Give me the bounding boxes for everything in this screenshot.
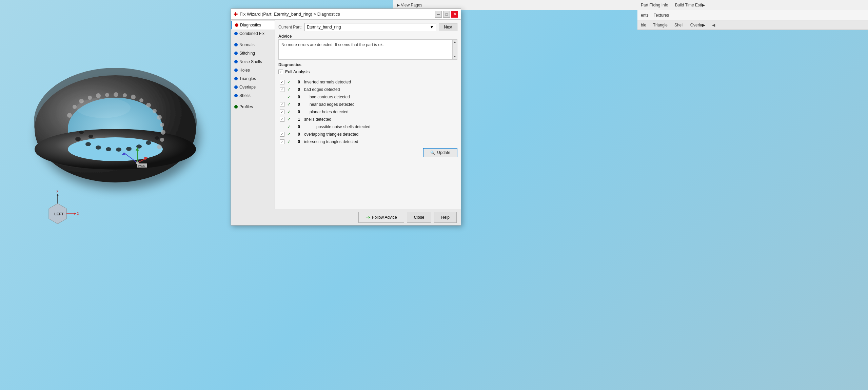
- sidebar-item-triangles[interactable]: Triangles: [231, 75, 275, 83]
- num-intersecting-triangles: 0: [293, 138, 303, 145]
- build-time-tab[interactable]: Build Time Esti▶: [675, 3, 705, 7]
- checkbox-overlapping-triangles[interactable]: ✓: [280, 132, 284, 137]
- num-overlapping-triangles: 0: [293, 131, 303, 138]
- next-button[interactable]: Next: [439, 23, 457, 31]
- svg-text:LEFT: LEFT: [54, 212, 64, 216]
- label-near-bad-edges: near bad edges detected: [303, 101, 457, 108]
- label-intersecting-triangles: intersecting triangles detected: [303, 138, 457, 145]
- num-noise-shells: 0: [293, 123, 303, 131]
- help-button[interactable]: Help: [434, 212, 457, 223]
- sidebar-item-shells-label: Shells: [239, 93, 251, 98]
- update-button[interactable]: 🔍 Update: [423, 148, 457, 157]
- checkbox-planar-holes[interactable]: ✓: [280, 110, 284, 114]
- update-btn-row: 🔍 Update: [278, 148, 457, 157]
- full-analysis-label: Full Analysis: [285, 69, 310, 74]
- diag-row-noise-shells: ✓ 0 possible noise shells detected: [278, 123, 457, 131]
- label-overlapping-triangles: overlapping triangles detected: [303, 131, 457, 138]
- check-inverted-normals: ✓: [286, 78, 293, 86]
- dialog-titlebar: ✚ Fix Wizard (Part: Eternity_band_ring) …: [231, 9, 461, 20]
- advice-scrollbar[interactable]: ▲ ▼: [452, 40, 457, 59]
- sidebar-item-profiles-label: Profiles: [239, 104, 253, 109]
- part-fixing-info-tab[interactable]: Part Fixing Info: [641, 3, 668, 7]
- check-overlapping-triangles: ✓: [286, 131, 293, 138]
- svg-point-21: [160, 138, 164, 142]
- col-header-overla: Overla▶: [690, 23, 705, 27]
- 3d-viewport[interactable]: WCS LEFT X Z: [7, 17, 227, 237]
- advice-section: Advice No more errors are detected. It s…: [278, 34, 457, 60]
- svg-point-14: [131, 95, 136, 99]
- diag-row-bad-edges: ✓ ✓ 0 bad edges detected: [278, 86, 457, 93]
- follow-advice-button[interactable]: ⇒ Follow Advice: [358, 212, 404, 223]
- diag-row-intersecting-triangles: ✓ ✓ 0 intersecting triangles detected: [278, 138, 457, 145]
- svg-point-11: [105, 93, 109, 97]
- num-planar-holes: 0: [293, 108, 303, 116]
- checkbox-intersecting-triangles[interactable]: ✓: [280, 139, 284, 144]
- follow-advice-arrow-icon: ⇒: [366, 214, 370, 220]
- checkbox-inverted-normals[interactable]: ✓: [280, 80, 284, 84]
- svg-point-34: [76, 98, 131, 118]
- stitching-icon: [234, 52, 238, 55]
- scroll-down[interactable]: ▼: [453, 55, 457, 59]
- check-near-bad-edges: ✓: [286, 101, 293, 108]
- sidebar-item-normals[interactable]: Normals: [231, 41, 275, 49]
- num-bad-contours: 0: [293, 93, 303, 101]
- svg-point-33: [88, 135, 93, 138]
- dialog-sidebar: Diagnostics Combined Fix Normals Stitchi…: [231, 20, 275, 209]
- view-pages-btn[interactable]: ▶ View Pages: [397, 3, 422, 7]
- sidebar-item-combined-fix[interactable]: Combined Fix: [231, 30, 275, 38]
- check-bad-edges: ✓: [286, 86, 293, 93]
- svg-point-31: [155, 136, 159, 140]
- maximize-button[interactable]: □: [443, 11, 450, 18]
- label-bad-edges: bad edges detected: [303, 86, 457, 93]
- close-label: Close: [414, 215, 425, 220]
- dropdown-arrow: ▼: [430, 25, 434, 30]
- full-analysis-row: ✓ Full Analysis: [278, 68, 457, 76]
- check-intersecting-triangles: ✓: [286, 138, 293, 145]
- diag-row-overlapping-triangles: ✓ ✓ 0 overlapping triangles detected: [278, 131, 457, 138]
- normals-icon: [234, 43, 238, 46]
- check-shells: ✓: [286, 116, 293, 123]
- close-button[interactable]: Close: [407, 212, 432, 223]
- sidebar-item-stitching[interactable]: Stitching: [231, 49, 275, 58]
- col-header-shell: Shell: [674, 23, 684, 27]
- dialog-title: Fix Wizard (Part: Eternity_band_ring) > …: [240, 12, 340, 17]
- svg-point-17: [153, 109, 157, 113]
- svg-point-25: [96, 145, 101, 150]
- svg-text:Z: Z: [56, 190, 58, 194]
- sidebar-item-holes[interactable]: Holes: [231, 66, 275, 75]
- num-bad-edges: 0: [293, 86, 303, 93]
- advice-box: No more errors are detected. It seems th…: [278, 39, 457, 60]
- scroll-up[interactable]: ▲: [453, 40, 457, 44]
- sidebar-item-noise-shells-label: Noise Shells: [239, 59, 262, 64]
- sidebar-item-shells[interactable]: Shells: [231, 92, 275, 100]
- diagnostics-icon: [235, 23, 238, 27]
- full-analysis-checkbox[interactable]: ✓: [278, 70, 283, 74]
- checkbox-bad-edges[interactable]: ✓: [280, 87, 284, 92]
- current-part-row: Current Part: Eternity_band_ring ▼ Next: [278, 23, 457, 31]
- advice-text: No more errors are detected. It seems th…: [281, 42, 383, 47]
- collapse-arrow[interactable]: ◀: [712, 23, 715, 27]
- svg-marker-49: [57, 194, 59, 196]
- follow-advice-label: Follow Advice: [372, 215, 397, 220]
- svg-point-28: [126, 147, 132, 151]
- checkbox-shells[interactable]: ✓: [280, 117, 284, 122]
- part-dropdown[interactable]: Eternity_band_ring ▼: [304, 23, 436, 31]
- toolbar-item-ents: ents: [641, 13, 649, 18]
- sidebar-item-profiles[interactable]: Profiles: [231, 103, 275, 111]
- sidebar-item-diagnostics-label: Diagnostics: [240, 23, 261, 27]
- sidebar-item-overlaps[interactable]: Overlaps: [231, 83, 275, 92]
- holes-icon: [234, 69, 238, 72]
- sidebar-item-noise-shells[interactable]: Noise Shells: [231, 58, 275, 66]
- minimize-button[interactable]: ─: [435, 11, 442, 18]
- label-noise-shells: possible noise shells detected: [303, 123, 457, 131]
- svg-point-32: [79, 131, 84, 134]
- diag-row-planar-holes: ✓ ✓ 0 planar holes detected: [278, 108, 457, 116]
- checkbox-near-bad-edges[interactable]: ✓: [280, 102, 284, 107]
- sidebar-item-diagnostics[interactable]: Diagnostics: [231, 21, 275, 30]
- svg-point-24: [85, 142, 91, 146]
- label-planar-holes: planar holes detected: [303, 108, 457, 116]
- sidebar-item-combined-fix-label: Combined Fix: [239, 31, 264, 36]
- toolbar-item-textures: Textures: [654, 13, 669, 18]
- svg-point-23: [75, 137, 81, 141]
- close-button[interactable]: ✕: [451, 11, 458, 18]
